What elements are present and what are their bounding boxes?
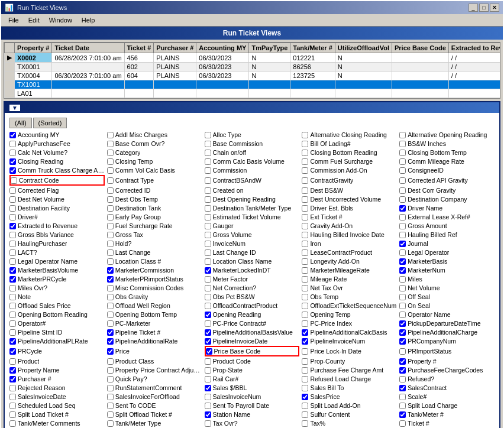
table-row[interactable]: TX1001 [5, 80, 501, 89]
checkbox-rejected-reason[interactable] [9, 385, 16, 391]
checkbox-pipelineinvoicedate[interactable] [205, 338, 211, 345]
checkbox-created-on[interactable] [205, 187, 211, 194]
checkbox-item-split-offload-ticket--[interactable]: Split Offload Ticket # [107, 410, 202, 419]
col-extracted[interactable]: Extracted to Revenue [448, 43, 500, 53]
checkbox-item-marketerprimportstatus[interactable]: MarketerPRimportStatus [107, 275, 202, 283]
checkbox-salesprice[interactable] [302, 394, 308, 400]
checkbox-item-legal-operator-name[interactable]: Legal Operator Name [9, 257, 105, 265]
checkbox-item-purchasefeechargecodes[interactable]: PurchaseFeeChargeCodes [399, 366, 495, 374]
checkbox-runstatementcomment[interactable] [107, 385, 114, 391]
menu-file[interactable]: File [4, 15, 24, 25]
checkbox-pipelineadditionalcalcbasis[interactable] [302, 329, 308, 336]
checkbox-item-pipeline-ticket--[interactable]: Pipeline Ticket # [107, 328, 202, 336]
checkbox-item-created-on[interactable]: Created on [205, 186, 300, 194]
maximize-button[interactable]: □ [479, 4, 489, 12]
checkbox-item-sales-bill-to[interactable]: Sales Bill To [302, 384, 397, 392]
checkbox-item-pc-marketer[interactable]: PC-Marketer [107, 319, 202, 328]
checkbox-item-hauling-billed-invoice-date[interactable]: Hauling Billed Invoice Date [302, 231, 397, 239]
checkbox-dest-net-volume[interactable] [9, 196, 16, 203]
checkbox-last-change-id[interactable] [205, 249, 211, 256]
checkbox-obs-temp[interactable] [302, 294, 308, 300]
checkbox-operator-name[interactable] [399, 312, 406, 318]
checkbox-opening-temp[interactable] [302, 312, 308, 318]
checkbox-station-name[interactable] [205, 411, 211, 418]
col-purchaser[interactable]: Purchaser # [154, 43, 196, 53]
checkbox-item-pipelineadditionalbasisvalue[interactable]: PipelineAdditionalBasisValue [205, 328, 300, 336]
menu-help[interactable]: Help [77, 15, 100, 25]
checkbox-item-product-code[interactable]: Product Code [205, 357, 300, 365]
checkbox-item-location-class--[interactable]: Location Class # [107, 257, 202, 265]
checkbox-hauling-billed-ref[interactable] [399, 232, 406, 238]
checkbox-item-dest-bs-w[interactable]: Dest BS&W [302, 186, 397, 194]
checkbox-item-lact-[interactable]: LACT? [9, 248, 105, 257]
checkbox-tank-meter-type[interactable] [107, 420, 114, 427]
checkbox-offload-well-region[interactable] [107, 303, 114, 309]
minimize-button[interactable]: _ [469, 4, 478, 12]
checkbox-purchasefeechargecodes[interactable] [399, 367, 406, 374]
checkbox-item-rail-car-[interactable]: Rail Car# [205, 375, 300, 383]
checkbox-item-refused-[interactable]: Refused? [399, 375, 495, 383]
checkbox-driver-est--bbls[interactable] [302, 205, 308, 212]
checkbox-on-seal[interactable] [399, 303, 406, 309]
checkbox-item-marketerbasis[interactable]: MarketerBasis [399, 257, 495, 265]
checkbox-tax-[interactable] [302, 420, 308, 427]
checkbox-product-class[interactable] [107, 358, 114, 365]
checkbox-category[interactable] [107, 150, 114, 156]
checkbox-item-bill-of-lading-[interactable]: Bill Of Lading# [302, 140, 397, 148]
checkbox-marketerbasis[interactable] [399, 258, 406, 265]
checkbox-closing-reading[interactable] [9, 158, 16, 165]
checkbox-item-fuel-surcharge-rate[interactable]: Fuel Surcharge Rate [107, 222, 202, 230]
checkbox-item-salesinvoiceforoffload[interactable]: SalesInvoiceForOffload [107, 393, 202, 401]
checkbox-destination-tank-meter-type[interactable] [205, 205, 211, 212]
checkbox-prop-state[interactable] [205, 367, 211, 374]
checkbox-pipelineadditionalrate[interactable] [107, 338, 114, 345]
checkbox-gross-bbls-variance[interactable] [9, 232, 16, 238]
checkbox-salesinvoicedate[interactable] [9, 394, 16, 400]
checkbox-alloc-type[interactable] [205, 132, 211, 138]
checkbox-consigneeid[interactable] [399, 167, 406, 174]
checkbox-item-obs-temp[interactable]: Obs Temp [302, 293, 397, 301]
checkbox-item-opening-temp[interactable]: Opening Temp [302, 310, 397, 319]
checkbox-offload-sales-price[interactable] [9, 303, 16, 309]
table-row[interactable]: LA01 [5, 89, 501, 98]
checkbox-item-comm-calc-basis-volume[interactable]: Comm Calc Basis Volume [205, 157, 300, 166]
checkbox-item-net-tax-ovr[interactable]: Net Tax Ovr [302, 284, 397, 292]
checkbox-item-property--[interactable]: Property # [399, 357, 495, 365]
col-utilize[interactable]: UtilizeOffloadVol [335, 43, 392, 53]
checkbox-dest-obs-temp[interactable] [107, 196, 114, 203]
menu-edit[interactable]: Edit [24, 15, 44, 25]
checkbox-haulingpurchaser[interactable] [9, 241, 16, 247]
checkbox-price-base-code[interactable] [206, 348, 212, 355]
checkbox-property--[interactable] [399, 358, 406, 365]
checkbox-item-applypurchasefee[interactable]: ApplyPurchaseFee [9, 140, 105, 148]
checkbox-item-operator-name[interactable]: Operator Name [399, 310, 495, 319]
checkbox-opening-reading[interactable] [205, 312, 211, 318]
checkbox-salesinvoicenum[interactable] [205, 394, 211, 400]
checkbox-item-alternative-closing-reading[interactable]: Alternative Closing Reading [302, 131, 397, 139]
checkbox-item-driver-name[interactable]: Driver Name [399, 204, 495, 212]
checkbox-item-accounting-my[interactable]: Accounting MY [9, 131, 105, 139]
checkbox-item-tank-meter-type[interactable]: Tank/Meter Type [107, 419, 202, 427]
checkbox-item-external-lease-x-ref-[interactable]: External Lease X-Ref# [399, 213, 495, 221]
checkbox-item-gross-bbls-variance[interactable]: Gross Bbls Variance [9, 231, 105, 239]
checkbox-split-load-add-on[interactable] [302, 403, 308, 409]
checkbox-item-dest-corr-gravity[interactable]: Dest Corr Gravity [399, 186, 495, 194]
checkbox-item-commission[interactable]: Commission [205, 166, 300, 174]
checkbox-purchaser--[interactable] [9, 376, 16, 382]
checkbox-product-code[interactable] [205, 358, 211, 365]
checkbox-salesinvoiceforoffload[interactable] [107, 394, 114, 400]
checkbox-item-chain-on-off[interactable]: Chain on/off [205, 148, 300, 157]
filter-sorted[interactable]: (Sorted) [33, 118, 67, 128]
checkbox-hold-[interactable] [107, 241, 114, 247]
checkbox-item-iron[interactable]: Iron [302, 239, 397, 248]
checkbox-opening-bottom-temp[interactable] [107, 312, 114, 318]
checkbox-obs-gravity[interactable] [107, 294, 114, 300]
checkbox-item-mileage-rate[interactable]: Mileage Rate [302, 275, 397, 283]
checkbox-marketerprcycle[interactable] [9, 276, 16, 283]
checkbox-item-salesinvoicedate[interactable]: SalesInvoiceDate [9, 393, 105, 401]
checkbox-primportstatus[interactable] [399, 348, 406, 355]
checkbox-item-dest-opening-reading[interactable]: Dest Opening Reading [205, 195, 300, 203]
checkbox-sulfur-content[interactable] [302, 411, 308, 418]
checkbox-item-pickupdeparturedatetime[interactable]: PickupDepartureDateTime [399, 319, 495, 328]
checkbox-property-price-contract-adjustment[interactable] [107, 367, 114, 374]
